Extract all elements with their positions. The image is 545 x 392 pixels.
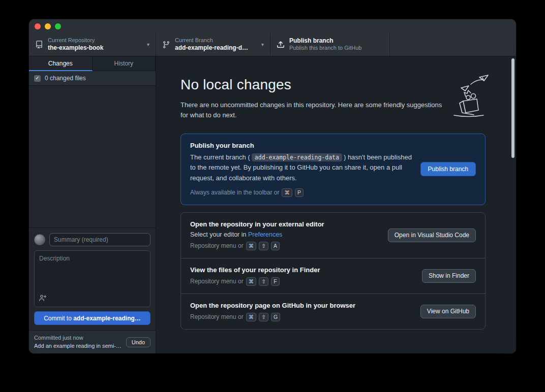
suggestion-title: Open the repository page on GitHub in yo… bbox=[190, 302, 412, 309]
select-all-checkbox[interactable]: ✓ bbox=[34, 75, 41, 82]
tab-history[interactable]: History bbox=[93, 56, 156, 71]
commit-button[interactable]: Commit to add-example-reading… bbox=[34, 311, 150, 325]
suggestion-hint: Repository menu or ⌘ ⇧ F bbox=[190, 277, 414, 286]
suggestion-hint: Repository menu or ⌘ ⇧ A bbox=[190, 242, 380, 250]
person-add-icon bbox=[39, 294, 47, 304]
open-in-editor-button[interactable]: Open in Visual Studio Code bbox=[388, 228, 476, 242]
show-in-finder-button[interactable]: Show in Finder bbox=[422, 269, 476, 283]
app-window: Current Repository the-examples-book ▾ C… bbox=[29, 19, 516, 353]
suggestion-external-editor: Open the repository in your external edi… bbox=[181, 213, 485, 258]
publish-toolbar-subtitle: Publish this branch to GitHub bbox=[289, 45, 383, 52]
current-branch-label: Current Branch bbox=[175, 37, 257, 44]
current-repository-name: the-examples-book bbox=[48, 44, 142, 52]
commit-button-prefix: Commit to bbox=[44, 315, 73, 322]
undo-commit-bar: Committed just now Add an example readin… bbox=[29, 330, 156, 353]
branch-code: add-example-reading-data bbox=[252, 153, 342, 161]
publish-branch-toolbar-button[interactable]: Publish branch Publish this branch to Gi… bbox=[270, 33, 390, 56]
sidebar: Changes History ✓ 0 changed files bbox=[29, 56, 156, 353]
publish-toolbar-title: Publish branch bbox=[289, 37, 383, 45]
window-content: Changes History ✓ 0 changed files bbox=[29, 56, 516, 353]
changed-files-list bbox=[29, 86, 156, 227]
doodle-illustration bbox=[444, 74, 491, 119]
avatar bbox=[34, 234, 45, 245]
suggestion-line-text: Select your editor in bbox=[190, 231, 248, 238]
suggestion-view-on-github: Open the repository page on GitHub in yo… bbox=[181, 293, 485, 329]
scrollbar[interactable] bbox=[511, 58, 514, 158]
current-branch-name: add-example-reading-d… bbox=[175, 44, 257, 52]
summary-input[interactable] bbox=[49, 233, 150, 246]
tab-changes[interactable]: Changes bbox=[29, 56, 93, 71]
suggestions-list: Open the repository in your external edi… bbox=[180, 212, 486, 330]
publish-branch-card: Publish your branch The current branch (… bbox=[180, 134, 486, 205]
current-repository-label: Current Repository bbox=[48, 37, 142, 44]
preferences-link[interactable]: Preferences bbox=[248, 231, 282, 238]
chevron-down-icon: ▾ bbox=[147, 42, 149, 47]
upload-icon bbox=[277, 41, 285, 49]
toolbar: Current Repository the-examples-book ▾ C… bbox=[29, 33, 516, 56]
description-textarea[interactable] bbox=[35, 251, 150, 292]
undo-commit-message: Add an example reading in semi-… bbox=[34, 342, 122, 350]
titlebar bbox=[29, 19, 516, 33]
suggestion-title: View the files of your repository in Fin… bbox=[190, 266, 414, 274]
repo-icon bbox=[35, 41, 43, 49]
shift-key: ⇧ bbox=[259, 313, 268, 321]
suggestion-show-in-finder: View the files of your repository in Fin… bbox=[181, 258, 485, 293]
publish-branch-button[interactable]: Publish branch bbox=[420, 162, 476, 176]
f-key: F bbox=[271, 277, 280, 286]
suggestion-hint: Repository menu or ⌘ ⇧ G bbox=[190, 313, 412, 321]
hint-text: Repository menu or bbox=[190, 278, 244, 285]
chevron-down-icon: ▾ bbox=[261, 42, 264, 47]
publish-card-hint: Always available in the toolbar or ⌘ P bbox=[190, 188, 412, 197]
suggestion-title: Open the repository in your external edi… bbox=[190, 220, 380, 228]
description-box bbox=[34, 250, 150, 307]
suggestion-line: Select your editor in Preferences bbox=[190, 231, 380, 238]
undo-status: Committed just now bbox=[34, 334, 122, 342]
close-window-button[interactable] bbox=[35, 23, 41, 29]
hint-text: Repository menu or bbox=[190, 242, 244, 249]
current-repository-button[interactable]: Current Repository the-examples-book ▾ bbox=[29, 33, 156, 56]
a-key: A bbox=[271, 242, 280, 250]
cmd-key: ⌘ bbox=[246, 242, 257, 250]
hint-text: Always available in the toolbar or bbox=[190, 189, 279, 196]
sidebar-tabs: Changes History bbox=[29, 56, 156, 71]
page-subtitle: There are no uncommitted changes in this… bbox=[180, 100, 442, 120]
cmd-key: ⌘ bbox=[246, 313, 257, 321]
git-branch-icon bbox=[162, 41, 170, 49]
minimize-window-button[interactable] bbox=[45, 23, 51, 29]
hint-text: Repository menu or bbox=[190, 313, 244, 320]
commit-form: Commit to add-example-reading… bbox=[29, 227, 156, 330]
add-coauthor-button[interactable] bbox=[39, 294, 47, 304]
shift-key: ⇧ bbox=[259, 277, 268, 286]
g-key: G bbox=[271, 313, 280, 321]
publish-card-title: Publish your branch bbox=[190, 142, 412, 149]
changed-files-header: ✓ 0 changed files bbox=[29, 71, 156, 86]
commit-button-branch: add-example-reading… bbox=[73, 315, 141, 322]
cmd-key: ⌘ bbox=[282, 188, 292, 197]
shift-key: ⇧ bbox=[259, 242, 268, 250]
cmd-key: ⌘ bbox=[246, 277, 257, 286]
current-branch-button[interactable]: Current Branch add-example-reading-d… ▾ bbox=[156, 33, 270, 56]
view-on-github-button[interactable]: View on GitHub bbox=[420, 305, 476, 318]
zoom-window-button[interactable] bbox=[55, 23, 61, 29]
publish-card-body-pre: The current branch ( bbox=[190, 153, 250, 161]
publish-card-body: The current branch (add-example-reading-… bbox=[190, 152, 412, 183]
changed-files-label: 0 changed files bbox=[45, 75, 86, 82]
page-title: No local changes bbox=[180, 77, 487, 93]
main-panel: No local changes There are no uncommitte… bbox=[156, 56, 516, 353]
undo-button[interactable]: Undo bbox=[126, 337, 150, 347]
p-key: P bbox=[295, 188, 304, 197]
